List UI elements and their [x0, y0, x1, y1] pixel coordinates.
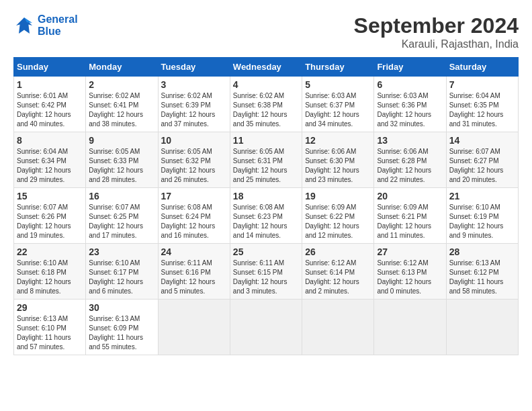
calendar-day: 15 Sunrise: 6:07 AM Sunset: 6:26 PM Dayl…	[14, 188, 86, 244]
calendar-day	[374, 300, 446, 355]
day-info: Sunrise: 6:01 AM Sunset: 6:42 PM Dayligh…	[17, 91, 83, 129]
day-info: Sunrise: 6:12 AM Sunset: 6:14 PM Dayligh…	[305, 259, 371, 296]
header-thursday: Thursday	[302, 58, 374, 77]
day-info: Sunrise: 6:04 AM Sunset: 6:35 PM Dayligh…	[449, 91, 515, 129]
day-info: Sunrise: 6:02 AM Sunset: 6:38 PM Dayligh…	[233, 91, 299, 129]
day-number: 13	[377, 135, 443, 146]
header-friday: Friday	[374, 58, 446, 77]
calendar-day: 18 Sunrise: 6:08 AM Sunset: 6:23 PM Dayl…	[230, 188, 302, 244]
logo: General Blue	[13, 13, 78, 37]
day-number: 18	[233, 191, 299, 201]
day-number: 22	[17, 246, 83, 257]
calendar-day: 26 Sunrise: 6:12 AM Sunset: 6:14 PM Dayl…	[302, 244, 374, 300]
day-info: Sunrise: 6:10 AM Sunset: 6:19 PM Dayligh…	[449, 203, 515, 240]
calendar-day: 16 Sunrise: 6:07 AM Sunset: 6:25 PM Dayl…	[86, 188, 158, 244]
calendar-day: 21 Sunrise: 6:10 AM Sunset: 6:19 PM Dayl…	[446, 188, 518, 244]
day-number: 4	[233, 79, 299, 90]
day-info: Sunrise: 6:07 AM Sunset: 6:26 PM Dayligh…	[17, 203, 83, 240]
calendar-day: 17 Sunrise: 6:08 AM Sunset: 6:24 PM Dayl…	[158, 188, 230, 244]
calendar-day: 30 Sunrise: 6:13 AM Sunset: 6:09 PM Dayl…	[86, 300, 158, 355]
header-tuesday: Tuesday	[158, 58, 230, 77]
header-monday: Monday	[86, 58, 158, 77]
calendar-day: 3 Sunrise: 6:02 AM Sunset: 6:39 PM Dayli…	[158, 77, 230, 132]
calendar-day: 13 Sunrise: 6:06 AM Sunset: 6:28 PM Dayl…	[374, 132, 446, 188]
day-info: Sunrise: 6:06 AM Sunset: 6:30 PM Dayligh…	[305, 147, 371, 185]
calendar-week-5: 29 Sunrise: 6:13 AM Sunset: 6:10 PM Dayl…	[14, 300, 519, 355]
calendar-day: 27 Sunrise: 6:12 AM Sunset: 6:13 PM Dayl…	[374, 244, 446, 300]
day-number: 15	[17, 191, 83, 201]
day-number: 7	[449, 79, 515, 90]
day-info: Sunrise: 6:11 AM Sunset: 6:16 PM Dayligh…	[161, 259, 227, 296]
day-info: Sunrise: 6:02 AM Sunset: 6:39 PM Dayligh…	[161, 91, 227, 129]
calendar-day: 10 Sunrise: 6:05 AM Sunset: 6:32 PM Dayl…	[158, 132, 230, 188]
calendar-day	[158, 300, 230, 355]
day-number: 20	[377, 191, 443, 201]
day-info: Sunrise: 6:06 AM Sunset: 6:28 PM Dayligh…	[377, 147, 443, 185]
calendar-week-2: 8 Sunrise: 6:04 AM Sunset: 6:34 PM Dayli…	[14, 132, 519, 188]
calendar-day: 25 Sunrise: 6:11 AM Sunset: 6:15 PM Dayl…	[230, 244, 302, 300]
day-number: 1	[17, 79, 83, 90]
day-number: 8	[17, 135, 83, 146]
day-number: 9	[89, 135, 154, 146]
day-number: 17	[161, 191, 227, 201]
day-number: 26	[305, 246, 371, 257]
day-number: 27	[377, 246, 443, 257]
calendar-day: 7 Sunrise: 6:04 AM Sunset: 6:35 PM Dayli…	[446, 77, 518, 132]
day-info: Sunrise: 6:05 AM Sunset: 6:32 PM Dayligh…	[161, 147, 227, 185]
calendar-day: 6 Sunrise: 6:03 AM Sunset: 6:36 PM Dayli…	[374, 77, 446, 132]
day-number: 28	[449, 246, 515, 257]
day-info: Sunrise: 6:05 AM Sunset: 6:31 PM Dayligh…	[233, 147, 299, 185]
day-number: 14	[449, 135, 515, 146]
day-info: Sunrise: 6:13 AM Sunset: 6:10 PM Dayligh…	[17, 314, 83, 352]
calendar-day: 4 Sunrise: 6:02 AM Sunset: 6:38 PM Dayli…	[230, 77, 302, 132]
day-number: 16	[89, 191, 154, 201]
calendar-day	[230, 300, 302, 355]
day-info: Sunrise: 6:07 AM Sunset: 6:25 PM Dayligh…	[89, 203, 154, 240]
calendar-day: 12 Sunrise: 6:06 AM Sunset: 6:30 PM Dayl…	[302, 132, 374, 188]
header-sunday: Sunday	[14, 58, 86, 77]
day-number: 3	[161, 79, 227, 90]
day-info: Sunrise: 6:09 AM Sunset: 6:22 PM Dayligh…	[305, 203, 371, 240]
calendar-day: 11 Sunrise: 6:05 AM Sunset: 6:31 PM Dayl…	[230, 132, 302, 188]
day-number: 5	[305, 79, 371, 90]
day-info: Sunrise: 6:03 AM Sunset: 6:36 PM Dayligh…	[377, 91, 443, 129]
calendar-header-row: Sunday Monday Tuesday Wednesday Thursday…	[14, 58, 519, 77]
day-info: Sunrise: 6:08 AM Sunset: 6:23 PM Dayligh…	[233, 203, 299, 240]
calendar-day	[302, 300, 374, 355]
day-info: Sunrise: 6:13 AM Sunset: 6:09 PM Dayligh…	[89, 314, 154, 352]
day-number: 25	[233, 246, 299, 257]
day-number: 19	[305, 191, 371, 201]
day-number: 6	[377, 79, 443, 90]
day-number: 11	[233, 135, 299, 146]
calendar-day: 8 Sunrise: 6:04 AM Sunset: 6:34 PM Dayli…	[14, 132, 86, 188]
header-saturday: Saturday	[446, 58, 518, 77]
day-number: 12	[305, 135, 371, 146]
calendar-week-3: 15 Sunrise: 6:07 AM Sunset: 6:26 PM Dayl…	[14, 188, 519, 244]
calendar-day: 9 Sunrise: 6:05 AM Sunset: 6:33 PM Dayli…	[86, 132, 158, 188]
day-info: Sunrise: 6:08 AM Sunset: 6:24 PM Dayligh…	[161, 203, 227, 240]
title-block: September 2024 Karauli, Rajasthan, India	[354, 13, 519, 50]
calendar-week-4: 22 Sunrise: 6:10 AM Sunset: 6:18 PM Dayl…	[14, 244, 519, 300]
calendar-day: 5 Sunrise: 6:03 AM Sunset: 6:37 PM Dayli…	[302, 77, 374, 132]
day-info: Sunrise: 6:10 AM Sunset: 6:17 PM Dayligh…	[89, 259, 154, 296]
calendar-table: Sunday Monday Tuesday Wednesday Thursday…	[13, 57, 519, 355]
day-info: Sunrise: 6:02 AM Sunset: 6:41 PM Dayligh…	[89, 91, 154, 129]
calendar-week-1: 1 Sunrise: 6:01 AM Sunset: 6:42 PM Dayli…	[14, 77, 519, 132]
day-info: Sunrise: 6:13 AM Sunset: 6:12 PM Dayligh…	[449, 259, 515, 296]
page-header: General Blue September 2024 Karauli, Raj…	[13, 13, 519, 50]
calendar-day: 19 Sunrise: 6:09 AM Sunset: 6:22 PM Dayl…	[302, 188, 374, 244]
calendar-day: 28 Sunrise: 6:13 AM Sunset: 6:12 PM Dayl…	[446, 244, 518, 300]
calendar-day: 14 Sunrise: 6:07 AM Sunset: 6:27 PM Dayl…	[446, 132, 518, 188]
day-info: Sunrise: 6:09 AM Sunset: 6:21 PM Dayligh…	[377, 203, 443, 240]
calendar-title: September 2024	[354, 13, 519, 38]
calendar-day: 2 Sunrise: 6:02 AM Sunset: 6:41 PM Dayli…	[86, 77, 158, 132]
day-info: Sunrise: 6:04 AM Sunset: 6:34 PM Dayligh…	[17, 147, 83, 185]
day-number: 24	[161, 246, 227, 257]
day-info: Sunrise: 6:12 AM Sunset: 6:13 PM Dayligh…	[377, 259, 443, 296]
day-number: 30	[89, 302, 154, 313]
day-info: Sunrise: 6:03 AM Sunset: 6:37 PM Dayligh…	[305, 91, 371, 129]
day-number: 21	[449, 191, 515, 201]
day-number: 23	[89, 246, 154, 257]
calendar-day: 22 Sunrise: 6:10 AM Sunset: 6:18 PM Dayl…	[14, 244, 86, 300]
calendar-subtitle: Karauli, Rajasthan, India	[354, 38, 519, 50]
